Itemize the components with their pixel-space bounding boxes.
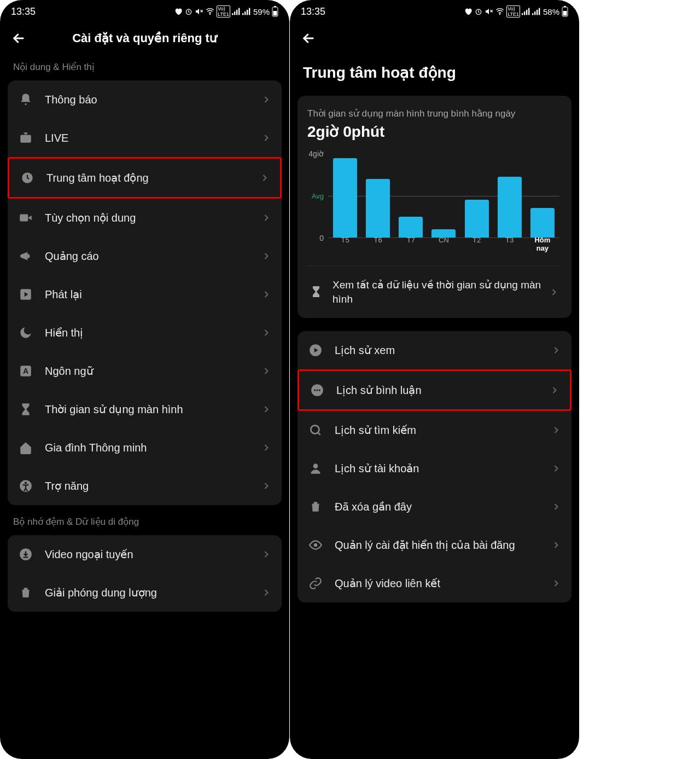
list-item-label: Trung tâm hoạt động bbox=[46, 171, 259, 184]
settings-item-bell[interactable]: Thông báo bbox=[8, 80, 282, 119]
list-item-label: Lịch sử tìm kiếm bbox=[335, 424, 551, 437]
heart-icon bbox=[464, 7, 472, 16]
svg-rect-8 bbox=[242, 13, 243, 15]
history-item-play-circle[interactable]: Lịch sử xem bbox=[298, 331, 571, 369]
svg-rect-14 bbox=[273, 11, 277, 16]
svg-rect-17 bbox=[20, 215, 28, 222]
chevron-right-icon bbox=[551, 425, 562, 436]
svg-rect-38 bbox=[563, 11, 567, 16]
alarm-icon bbox=[184, 7, 193, 16]
list-item-label: Lịch sử tài khoản bbox=[335, 462, 551, 475]
chart-plot bbox=[328, 154, 559, 238]
chevron-right-icon bbox=[261, 94, 272, 105]
x-label: T6 bbox=[366, 236, 390, 252]
cache-item-download[interactable]: Video ngoại tuyến bbox=[8, 535, 282, 573]
svg-rect-30 bbox=[526, 10, 527, 15]
eye-icon bbox=[307, 537, 324, 553]
settings-item-play-square[interactable]: Phát lại bbox=[8, 275, 282, 314]
history-item-search[interactable]: Lịch sử tìm kiếm bbox=[298, 411, 571, 449]
settings-item-hourglass[interactable]: Thời gian sử dụng màn hình bbox=[8, 390, 282, 428]
header: Cài đặt và quyền riêng tư bbox=[0, 21, 289, 54]
svg-rect-15 bbox=[20, 135, 31, 143]
svg-rect-7 bbox=[238, 8, 240, 15]
svg-rect-28 bbox=[522, 13, 523, 15]
play-circle-icon bbox=[307, 342, 324, 358]
chart-bar bbox=[333, 158, 357, 237]
chevron-right-icon bbox=[261, 366, 272, 376]
chart-bar bbox=[530, 208, 555, 237]
settings-item-home[interactable]: Gia đình Thông minh bbox=[8, 428, 282, 467]
cache-item-trash[interactable]: Giải phóng dung lượng bbox=[8, 573, 282, 612]
chevron-right-icon bbox=[551, 463, 562, 474]
settings-card-2: Video ngoại tuyếnGiải phóng dung lượng bbox=[8, 535, 282, 612]
battery-icon bbox=[272, 6, 278, 17]
chart-bar bbox=[366, 179, 390, 237]
phone-left-settings: 13:35 Vo)LTE1 59% Cài đặt và quyền riêng… bbox=[0, 0, 289, 759]
status-right: Vo)LTE1 58% bbox=[464, 5, 568, 18]
chevron-right-icon bbox=[261, 442, 272, 453]
chevron-right-icon bbox=[551, 540, 562, 551]
list-item-label: Video ngoại tuyến bbox=[45, 548, 261, 561]
svg-rect-9 bbox=[244, 11, 246, 15]
svg-point-44 bbox=[311, 426, 319, 434]
list-item-label: Thông báo bbox=[45, 94, 261, 106]
chevron-right-icon bbox=[549, 385, 560, 396]
settings-item-lang[interactable]: ANgôn ngữ bbox=[8, 352, 282, 390]
list-item-label: Trợ năng bbox=[45, 479, 261, 493]
svg-rect-37 bbox=[564, 6, 566, 7]
chevron-right-icon bbox=[551, 345, 562, 356]
chart-subtitle: Thời gian sử dụng màn hình trung bình hằ… bbox=[307, 108, 562, 119]
video-icon bbox=[18, 210, 34, 226]
back-button[interactable] bbox=[9, 28, 28, 48]
list-item-label: Lịch sử xem bbox=[335, 344, 551, 357]
list-item-label: Hiển thị bbox=[45, 326, 261, 339]
settings-card-1: Thông báoLIVETrung tâm hoạt độngTùy chọn… bbox=[8, 80, 282, 505]
chart-bar bbox=[465, 200, 489, 237]
play-square-icon bbox=[18, 286, 34, 303]
history-item-eye[interactable]: Quản lý cài đặt hiển thị của bài đăng bbox=[298, 526, 571, 564]
chart-xaxis: T5T6T7CNT2T3Hôm nay bbox=[328, 236, 559, 252]
svg-point-46 bbox=[314, 543, 318, 547]
chevron-right-icon bbox=[261, 587, 272, 598]
trash-icon bbox=[307, 499, 324, 515]
download-icon bbox=[18, 546, 34, 563]
list-item-label: Quản lý video liên kết bbox=[335, 577, 551, 590]
chart-bar bbox=[399, 217, 423, 237]
settings-item-tv[interactable]: LIVE bbox=[8, 119, 282, 157]
back-button[interactable] bbox=[299, 28, 318, 48]
list-item-label: Quản lý cài đặt hiển thị của bài đăng bbox=[335, 538, 551, 552]
svg-rect-29 bbox=[524, 11, 525, 15]
home-icon bbox=[18, 439, 34, 456]
svg-point-22 bbox=[25, 482, 27, 484]
history-card: Lịch sử xemLịch sử bình luậnLịch sử tìm … bbox=[298, 331, 571, 602]
settings-item-moon[interactable]: Hiển thị bbox=[8, 314, 282, 352]
view-all-screen-time[interactable]: Xem tất cả dữ liệu về thời gian sử dụng … bbox=[307, 265, 562, 318]
section-label-cache: Bộ nhớ đệm & Dữ liệu di động bbox=[0, 508, 289, 532]
svg-point-42 bbox=[316, 390, 318, 391]
chevron-right-icon bbox=[551, 578, 562, 589]
status-time: 13:35 bbox=[11, 6, 36, 18]
history-item-trash[interactable]: Đã xóa gần đây bbox=[298, 488, 571, 526]
user-icon bbox=[307, 460, 324, 477]
signal-icon bbox=[522, 8, 530, 15]
chart-bars bbox=[328, 154, 559, 237]
list-item-label: Đã xóa gần đây bbox=[335, 500, 551, 513]
chevron-right-icon bbox=[261, 480, 272, 491]
settings-item-megaphone[interactable]: Quảng cáo bbox=[8, 237, 282, 275]
settings-item-video[interactable]: Tùy chọn nội dung bbox=[8, 199, 282, 237]
list-item-label: Giải phóng dung lượng bbox=[45, 586, 261, 599]
alarm-icon bbox=[474, 7, 483, 16]
svg-rect-6 bbox=[236, 10, 237, 15]
clock-icon bbox=[19, 170, 36, 186]
settings-item-clock[interactable]: Trung tâm hoạt động bbox=[8, 157, 282, 199]
accessibility-icon bbox=[18, 478, 34, 494]
list-item-label: Tùy chọn nội dung bbox=[45, 211, 261, 224]
history-item-link[interactable]: Quản lý video liên kết bbox=[298, 564, 571, 602]
history-item-user[interactable]: Lịch sử tài khoản bbox=[298, 449, 571, 488]
chevron-right-icon bbox=[551, 501, 562, 512]
back-arrow-icon bbox=[301, 31, 316, 46]
chevron-right-icon bbox=[261, 327, 272, 338]
settings-item-accessibility[interactable]: Trợ năng bbox=[8, 467, 282, 505]
svg-rect-5 bbox=[234, 11, 235, 15]
history-item-comment[interactable]: Lịch sử bình luận bbox=[298, 369, 571, 411]
